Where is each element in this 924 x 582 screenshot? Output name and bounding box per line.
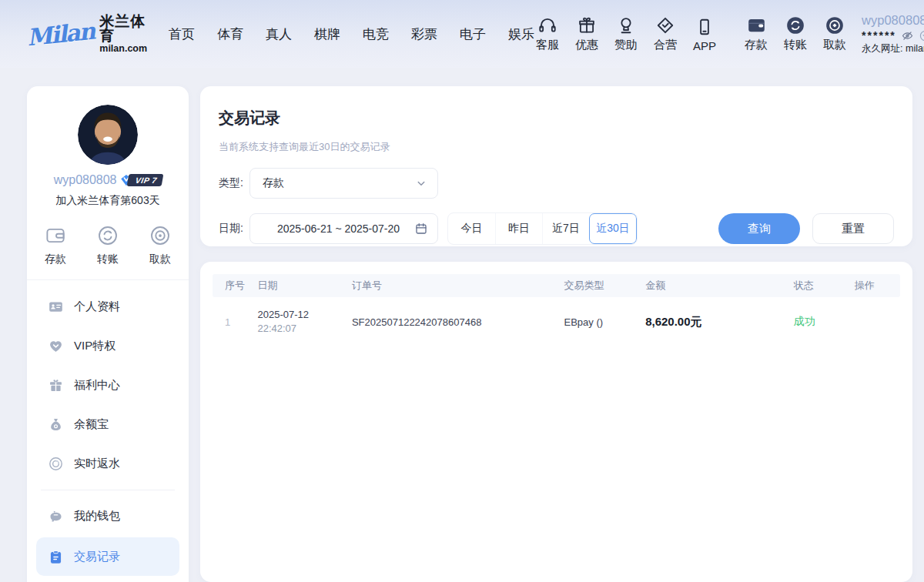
- query-button[interactable]: 查询: [718, 213, 800, 244]
- page-subtitle: 当前系统支持查询最近30日的交易记录: [219, 140, 894, 154]
- date-label: 日期:: [219, 222, 249, 236]
- top-navbar: Milan 米兰体育 milan.com 首页 体育 真人 棋牌 电竞 彩票 电…: [0, 0, 924, 68]
- range-yesterday-button[interactable]: 昨日: [495, 213, 542, 244]
- row-status: 成功: [794, 315, 855, 329]
- sidebar-item-profile[interactable]: 个人资料: [27, 287, 189, 326]
- row-order-no: SF202507122242078607468: [352, 316, 564, 328]
- affiliate-button[interactable]: 合营: [652, 15, 678, 52]
- sidebar-vip-badge: VIP 7: [119, 173, 162, 187]
- wallet-outline-icon: [44, 224, 67, 247]
- type-select[interactable]: 存款: [249, 168, 438, 199]
- eye-off-icon[interactable]: [901, 29, 914, 42]
- type-label: 类型:: [219, 176, 249, 190]
- transaction-filter-card: 交易记录 当前系统支持查询最近30日的交易记录 类型: 存款 日期: 2025-…: [200, 86, 912, 246]
- row-index: 1: [225, 316, 257, 328]
- trophy-icon: [616, 15, 636, 35]
- sidebar-avatar[interactable]: [78, 105, 138, 165]
- transfer-button[interactable]: 转账: [782, 15, 808, 52]
- gem-icon: [48, 338, 64, 354]
- transfer-outline-icon: [96, 224, 119, 247]
- range-today-button[interactable]: 今日: [448, 213, 495, 244]
- customer-service-button[interactable]: 客服: [534, 15, 561, 52]
- logo-domain-text: milan.com: [99, 44, 147, 54]
- promotions-button[interactable]: 优惠: [574, 15, 600, 52]
- sidebar-item-transactions[interactable]: 交易记录: [36, 537, 179, 576]
- nav-live[interactable]: 真人: [266, 25, 292, 43]
- nav-sports[interactable]: 体育: [217, 25, 243, 43]
- date-range-input[interactable]: 2025-06-21 ~ 2025-07-20: [249, 213, 438, 244]
- logo-cn-text: 米兰体育: [99, 14, 147, 45]
- range-7days-button[interactable]: 近7日: [542, 213, 589, 244]
- table-header: 序号 日期 订单号 交易类型 金额 状态 操作: [213, 274, 900, 297]
- transfer-icon: [785, 15, 805, 35]
- reset-button[interactable]: 重置: [812, 213, 894, 244]
- col-action: 操作: [855, 279, 900, 293]
- sidebar-item-rebate[interactable]: 实时返水: [27, 444, 189, 483]
- headset-icon: [537, 15, 557, 35]
- header-username[interactable]: wyp080808: [862, 12, 924, 28]
- type-select-value: 存款: [263, 176, 414, 190]
- row-amount: 8,620.00元: [645, 315, 794, 329]
- col-date: 日期: [257, 279, 351, 293]
- page-title: 交易记录: [219, 108, 894, 129]
- menu-divider: [41, 490, 175, 490]
- nav-entertainment[interactable]: 娱乐: [508, 25, 534, 43]
- logo-script-text: Milan: [25, 17, 95, 51]
- nav-slots[interactable]: 电子: [460, 25, 486, 43]
- col-index: 序号: [225, 279, 257, 293]
- gift-icon: [577, 15, 597, 35]
- sidebar-item-vip[interactable]: VIP特权: [27, 326, 189, 366]
- transaction-table-card: 序号 日期 订单号 交易类型 金额 状态 操作 1 2025-07-12 22:…: [200, 262, 912, 582]
- withdraw-button[interactable]: 取款: [822, 15, 848, 52]
- date-range-value: 2025-06-21 ~ 2025-07-20: [263, 222, 414, 235]
- sidebar-menu: 个人资料 VIP特权 福利中心 余额宝: [27, 279, 189, 576]
- sidebar-username: wyp080808: [54, 173, 117, 187]
- table-row: 1 2025-07-12 22:42:07 SF2025071222420786…: [213, 297, 900, 346]
- nav-home[interactable]: 首页: [169, 25, 195, 43]
- clipboard-icon: [48, 549, 64, 565]
- sponsorship-button[interactable]: 赞助: [613, 15, 639, 52]
- col-type: 交易类型: [564, 279, 645, 293]
- col-order-no: 订单号: [352, 279, 564, 293]
- avatar-image: [78, 105, 138, 165]
- masked-balance: ******: [862, 29, 896, 43]
- col-amount: 金额: [645, 279, 794, 293]
- phone-icon: [695, 17, 715, 37]
- gift-solid-icon: [48, 377, 64, 393]
- app-download-button[interactable]: APP: [691, 17, 718, 52]
- rebate-coin-icon: [48, 456, 64, 472]
- deposit-button[interactable]: 存款: [743, 15, 769, 52]
- nav-board-games[interactable]: 棋牌: [314, 25, 340, 43]
- site-logo[interactable]: Milan 米兰体育 milan.com: [27, 14, 147, 55]
- quick-range-group: 今日 昨日 近7日 近30日: [447, 212, 638, 245]
- row-date: 2025-07-12 22:42:07: [257, 308, 351, 336]
- chevron-circle-icon[interactable]: [919, 29, 924, 42]
- user-info-block: wyp080808 VIP 7 ****** 永久网址: mila: [862, 12, 924, 55]
- type-filter-row: 类型: 存款: [219, 168, 894, 199]
- permanent-url-label: 永久网址: milan.com: [862, 43, 924, 55]
- handshake-icon: [655, 15, 675, 35]
- row-time: 22:42:07: [257, 323, 296, 334]
- chevron-down-icon: [414, 176, 428, 190]
- sidebar-withdraw-button[interactable]: 取款: [149, 224, 172, 266]
- piggy-bank-icon: [48, 508, 64, 524]
- row-type: EBpay (): [564, 316, 645, 328]
- nav-esports[interactable]: 电竞: [363, 25, 389, 43]
- date-filter-row: 日期: 2025-06-21 ~ 2025-07-20 今日 昨日 近7日 近3…: [219, 212, 894, 245]
- main-nav: 首页 体育 真人 棋牌 电竞 彩票 电子 娱乐: [169, 25, 534, 43]
- range-30days-button[interactable]: 近30日: [589, 213, 637, 244]
- vip-level-label: VIP 7: [126, 174, 163, 186]
- sidebar-item-my-wallet[interactable]: 我的钱包: [27, 497, 189, 536]
- header-icon-menu: 客服 优惠 赞助 合营: [534, 15, 848, 52]
- sidebar-deposit-button[interactable]: 存款: [44, 224, 67, 266]
- sidebar-transfer-button[interactable]: 转账: [96, 224, 119, 266]
- calendar-icon: [414, 222, 428, 236]
- money-bag-icon: [48, 416, 64, 433]
- sidebar-item-benefits[interactable]: 福利中心: [27, 366, 189, 405]
- wallet-quick-actions: 存款 转账 取款: [27, 224, 189, 266]
- nav-lottery[interactable]: 彩票: [411, 25, 437, 43]
- membership-days-text: 加入米兰体育第603天: [27, 194, 189, 208]
- id-card-icon: [48, 299, 64, 315]
- sidebar-item-yuebao[interactable]: 余额宝: [27, 405, 189, 444]
- col-status: 状态: [794, 279, 855, 293]
